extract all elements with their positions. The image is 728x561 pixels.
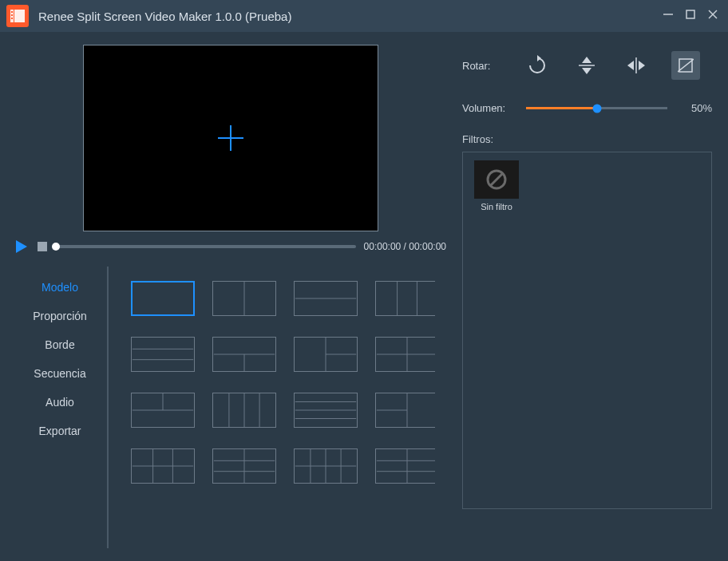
app-title: Renee Split Screen Video Maker 1.0.0 (Pr… [38,10,663,23]
template-row4-1[interactable] [131,448,195,484]
timecode: 00:00:00 / 00:00:00 [364,241,446,252]
flip-vertical-button[interactable] [572,51,601,80]
video-preview[interactable] [83,45,378,231]
sidebar: Modelo Proporción Borde Secuencia Audio … [13,267,109,548]
titlebar[interactable]: Renee Split Screen Video Maker 1.0.0 (Pr… [0,0,728,32]
progress-slider[interactable] [56,245,356,248]
template-1x4[interactable] [212,393,276,428]
svg-line-56 [678,59,694,72]
flip-horizontal-button[interactable] [622,51,651,80]
filter-name: Sin filtro [471,202,522,211]
sidebar-item-exportar[interactable]: Exportar [13,417,107,445]
template-3x1[interactable] [131,337,195,372]
template-grid[interactable] [131,267,435,548]
rotate-cw-button[interactable] [523,51,552,80]
maximize-button[interactable] [685,9,696,23]
window-controls [663,9,722,23]
svg-marker-11 [16,240,27,253]
svg-marker-48 [537,55,541,61]
crop-button[interactable] [671,51,700,80]
volume-label: Volumen: [462,102,520,114]
template-top-bottom2[interactable] [212,337,276,372]
sidebar-item-audio[interactable]: Audio [13,388,107,417]
svg-rect-6 [686,10,694,18]
minimize-button[interactable] [663,9,674,23]
app-icon [6,5,29,27]
svg-rect-4 [11,18,13,19]
svg-line-58 [490,173,503,186]
template-1x3[interactable] [375,281,435,316]
filters-label: Filtros: [462,133,712,145]
template-2x1[interactable] [294,281,358,316]
svg-marker-49 [582,57,592,63]
sidebar-item-secuencia[interactable]: Secuencia [13,359,107,388]
template-row4-4[interactable] [375,448,435,484]
volume-handle[interactable] [592,104,601,113]
sidebar-item-modelo[interactable]: Modelo [13,273,107,302]
svg-marker-52 [627,61,634,70]
rotate-label: Rotar: [462,60,520,72]
no-filter-icon [474,160,519,199]
svg-rect-12 [38,242,47,251]
svg-marker-50 [582,68,592,74]
template-grid-b[interactable] [375,393,435,428]
sidebar-item-proporcion[interactable]: Proporción [13,302,107,330]
template-4x1[interactable] [294,393,358,428]
sidebar-item-borde[interactable]: Borde [13,330,107,359]
svg-marker-53 [639,61,645,70]
filter-none[interactable]: Sin filtro [471,160,522,211]
play-button[interactable] [14,239,29,254]
filters-panel: Sin filtro [462,152,712,509]
stop-button[interactable] [37,241,48,252]
svg-rect-3 [11,14,13,16]
template-2x2[interactable] [375,337,435,372]
template-grid-a[interactable] [131,393,195,428]
template-row4-3[interactable] [294,448,358,484]
volume-fill [526,107,597,109]
add-video-icon [215,122,247,154]
svg-rect-1 [14,10,25,22]
volume-value: 50% [680,102,712,114]
volume-slider[interactable] [526,107,667,109]
player-bar: 00:00:00 / 00:00:00 [14,239,446,254]
progress-handle[interactable] [52,243,60,251]
template-1x1[interactable] [131,281,195,316]
template-left-right2[interactable] [294,337,358,372]
template-1x2[interactable] [212,281,276,316]
close-button[interactable] [707,9,718,23]
template-row4-2[interactable] [212,448,276,484]
svg-rect-2 [11,11,13,13]
